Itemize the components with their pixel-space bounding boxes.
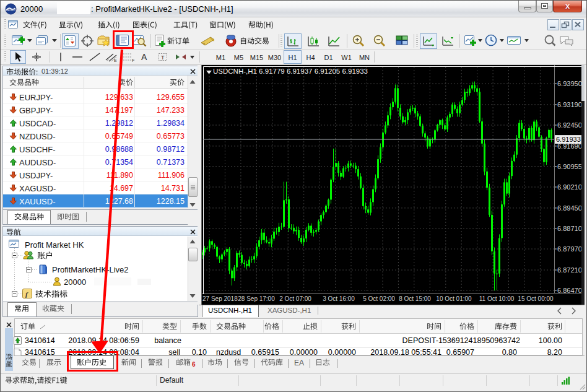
svg-text:6.90210: 6.90210 <box>557 183 582 191</box>
svg-text:6.93950: 6.93950 <box>557 80 582 87</box>
svg-text:11 Oct 10:00: 11 Oct 10:00 <box>479 295 515 302</box>
svg-text:6.89450: 6.89450 <box>557 204 582 212</box>
svg-text:6.87210: 6.87210 <box>557 266 582 274</box>
svg-text:6.87970: 6.87970 <box>557 245 582 253</box>
svg-text:3 Oct 16:00: 3 Oct 16:00 <box>323 295 355 302</box>
svg-text:6.90955: 6.90955 <box>557 163 582 170</box>
svg-text:6.91933: 6.91933 <box>556 136 581 143</box>
svg-text:8 Oct 15:00: 8 Oct 15:00 <box>399 295 431 302</box>
svg-text:2 Oct 07:00: 2 Oct 07:00 <box>279 295 311 302</box>
svg-text:28 Sep 17:00: 28 Sep 17:00 <box>238 295 275 302</box>
svg-text:15 Oct 00:00: 15 Oct 00:00 <box>518 295 554 302</box>
svg-text:5 Oct 02:00: 5 Oct 02:00 <box>363 295 395 302</box>
svg-text:10 Oct 01:00: 10 Oct 01:00 <box>436 295 472 302</box>
svg-text:6.88710: 6.88710 <box>557 225 582 232</box>
svg-text:USDCNH-,H1 6.91779 6.91937 6.: USDCNH-,H1 6.91779 6.91937 6.91205 6.919… <box>213 68 368 75</box>
svg-text:6.93190: 6.93190 <box>557 101 582 108</box>
svg-text:PROFIT: PROFIT <box>6 9 15 12</box>
svg-text:6.92450: 6.92450 <box>557 121 582 129</box>
